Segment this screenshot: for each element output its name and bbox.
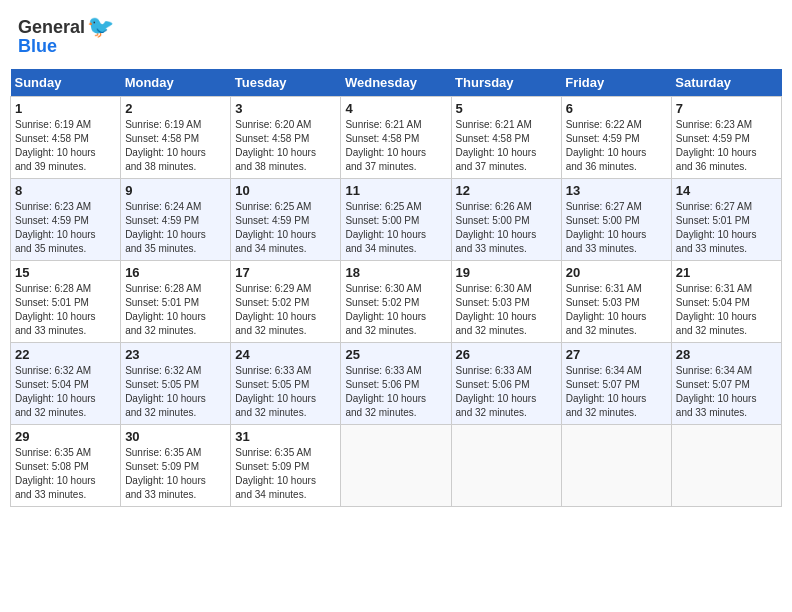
day-info: Sunrise: 6:27 AMSunset: 5:00 PMDaylight:… <box>566 200 667 256</box>
day-number: 7 <box>676 101 777 116</box>
calendar-day-cell: 30Sunrise: 6:35 AMSunset: 5:09 PMDayligh… <box>121 425 231 507</box>
calendar-day-cell <box>341 425 451 507</box>
day-number: 2 <box>125 101 226 116</box>
day-info: Sunrise: 6:28 AMSunset: 5:01 PMDaylight:… <box>125 282 226 338</box>
day-info: Sunrise: 6:31 AMSunset: 5:04 PMDaylight:… <box>676 282 777 338</box>
day-info: Sunrise: 6:35 AMSunset: 5:08 PMDaylight:… <box>15 446 116 502</box>
day-info: Sunrise: 6:22 AMSunset: 4:59 PMDaylight:… <box>566 118 667 174</box>
day-number: 23 <box>125 347 226 362</box>
logo-blue: Blue <box>18 36 57 57</box>
day-info: Sunrise: 6:32 AMSunset: 5:04 PMDaylight:… <box>15 364 116 420</box>
calendar-week-row: 29Sunrise: 6:35 AMSunset: 5:08 PMDayligh… <box>11 425 782 507</box>
calendar-day-cell: 17Sunrise: 6:29 AMSunset: 5:02 PMDayligh… <box>231 261 341 343</box>
day-number: 26 <box>456 347 557 362</box>
day-number: 1 <box>15 101 116 116</box>
calendar-day-cell: 1Sunrise: 6:19 AMSunset: 4:58 PMDaylight… <box>11 97 121 179</box>
day-info: Sunrise: 6:35 AMSunset: 5:09 PMDaylight:… <box>125 446 226 502</box>
calendar-day-cell: 21Sunrise: 6:31 AMSunset: 5:04 PMDayligh… <box>671 261 781 343</box>
day-number: 5 <box>456 101 557 116</box>
day-info: Sunrise: 6:23 AMSunset: 4:59 PMDaylight:… <box>15 200 116 256</box>
day-info: Sunrise: 6:34 AMSunset: 5:07 PMDaylight:… <box>566 364 667 420</box>
calendar-day-cell <box>561 425 671 507</box>
calendar-day-cell: 16Sunrise: 6:28 AMSunset: 5:01 PMDayligh… <box>121 261 231 343</box>
day-info: Sunrise: 6:34 AMSunset: 5:07 PMDaylight:… <box>676 364 777 420</box>
day-info: Sunrise: 6:24 AMSunset: 4:59 PMDaylight:… <box>125 200 226 256</box>
day-info: Sunrise: 6:30 AMSunset: 5:03 PMDaylight:… <box>456 282 557 338</box>
day-number: 20 <box>566 265 667 280</box>
day-number: 11 <box>345 183 446 198</box>
calendar-day-cell: 20Sunrise: 6:31 AMSunset: 5:03 PMDayligh… <box>561 261 671 343</box>
day-of-week-header: Thursday <box>451 69 561 97</box>
day-number: 17 <box>235 265 336 280</box>
calendar-day-cell: 9Sunrise: 6:24 AMSunset: 4:59 PMDaylight… <box>121 179 231 261</box>
day-info: Sunrise: 6:35 AMSunset: 5:09 PMDaylight:… <box>235 446 336 502</box>
header: General 🐦 Blue <box>10 10 782 61</box>
calendar-week-row: 15Sunrise: 6:28 AMSunset: 5:01 PMDayligh… <box>11 261 782 343</box>
day-number: 12 <box>456 183 557 198</box>
calendar-table: SundayMondayTuesdayWednesdayThursdayFrid… <box>10 69 782 507</box>
day-of-week-header: Tuesday <box>231 69 341 97</box>
calendar-day-cell: 27Sunrise: 6:34 AMSunset: 5:07 PMDayligh… <box>561 343 671 425</box>
day-number: 9 <box>125 183 226 198</box>
day-number: 6 <box>566 101 667 116</box>
day-info: Sunrise: 6:33 AMSunset: 5:05 PMDaylight:… <box>235 364 336 420</box>
calendar-day-cell: 19Sunrise: 6:30 AMSunset: 5:03 PMDayligh… <box>451 261 561 343</box>
calendar-day-cell: 3Sunrise: 6:20 AMSunset: 4:58 PMDaylight… <box>231 97 341 179</box>
day-of-week-header: Monday <box>121 69 231 97</box>
calendar-day-cell: 28Sunrise: 6:34 AMSunset: 5:07 PMDayligh… <box>671 343 781 425</box>
day-number: 14 <box>676 183 777 198</box>
calendar-day-cell: 12Sunrise: 6:26 AMSunset: 5:00 PMDayligh… <box>451 179 561 261</box>
calendar-day-cell: 4Sunrise: 6:21 AMSunset: 4:58 PMDaylight… <box>341 97 451 179</box>
calendar-day-cell: 24Sunrise: 6:33 AMSunset: 5:05 PMDayligh… <box>231 343 341 425</box>
calendar-day-cell: 29Sunrise: 6:35 AMSunset: 5:08 PMDayligh… <box>11 425 121 507</box>
day-info: Sunrise: 6:33 AMSunset: 5:06 PMDaylight:… <box>345 364 446 420</box>
day-number: 10 <box>235 183 336 198</box>
day-of-week-header: Saturday <box>671 69 781 97</box>
day-info: Sunrise: 6:28 AMSunset: 5:01 PMDaylight:… <box>15 282 116 338</box>
day-info: Sunrise: 6:23 AMSunset: 4:59 PMDaylight:… <box>676 118 777 174</box>
day-info: Sunrise: 6:25 AMSunset: 4:59 PMDaylight:… <box>235 200 336 256</box>
calendar-day-cell: 31Sunrise: 6:35 AMSunset: 5:09 PMDayligh… <box>231 425 341 507</box>
calendar-header-row: SundayMondayTuesdayWednesdayThursdayFrid… <box>11 69 782 97</box>
day-info: Sunrise: 6:25 AMSunset: 5:00 PMDaylight:… <box>345 200 446 256</box>
calendar-day-cell: 26Sunrise: 6:33 AMSunset: 5:06 PMDayligh… <box>451 343 561 425</box>
day-of-week-header: Sunday <box>11 69 121 97</box>
calendar-day-cell: 11Sunrise: 6:25 AMSunset: 5:00 PMDayligh… <box>341 179 451 261</box>
day-info: Sunrise: 6:27 AMSunset: 5:01 PMDaylight:… <box>676 200 777 256</box>
logo: General 🐦 Blue <box>18 14 114 57</box>
calendar-day-cell <box>451 425 561 507</box>
day-number: 27 <box>566 347 667 362</box>
logo-bird-icon: 🐦 <box>87 14 114 40</box>
calendar-day-cell: 2Sunrise: 6:19 AMSunset: 4:58 PMDaylight… <box>121 97 231 179</box>
day-number: 29 <box>15 429 116 444</box>
day-of-week-header: Friday <box>561 69 671 97</box>
day-info: Sunrise: 6:21 AMSunset: 4:58 PMDaylight:… <box>456 118 557 174</box>
day-number: 28 <box>676 347 777 362</box>
day-info: Sunrise: 6:19 AMSunset: 4:58 PMDaylight:… <box>125 118 226 174</box>
day-number: 24 <box>235 347 336 362</box>
calendar-day-cell <box>671 425 781 507</box>
day-number: 22 <box>15 347 116 362</box>
day-number: 16 <box>125 265 226 280</box>
day-info: Sunrise: 6:20 AMSunset: 4:58 PMDaylight:… <box>235 118 336 174</box>
calendar-day-cell: 13Sunrise: 6:27 AMSunset: 5:00 PMDayligh… <box>561 179 671 261</box>
calendar-day-cell: 25Sunrise: 6:33 AMSunset: 5:06 PMDayligh… <box>341 343 451 425</box>
calendar-week-row: 8Sunrise: 6:23 AMSunset: 4:59 PMDaylight… <box>11 179 782 261</box>
day-number: 31 <box>235 429 336 444</box>
day-number: 19 <box>456 265 557 280</box>
calendar-day-cell: 8Sunrise: 6:23 AMSunset: 4:59 PMDaylight… <box>11 179 121 261</box>
day-info: Sunrise: 6:26 AMSunset: 5:00 PMDaylight:… <box>456 200 557 256</box>
day-number: 18 <box>345 265 446 280</box>
day-info: Sunrise: 6:33 AMSunset: 5:06 PMDaylight:… <box>456 364 557 420</box>
day-number: 4 <box>345 101 446 116</box>
calendar-day-cell: 5Sunrise: 6:21 AMSunset: 4:58 PMDaylight… <box>451 97 561 179</box>
day-info: Sunrise: 6:30 AMSunset: 5:02 PMDaylight:… <box>345 282 446 338</box>
day-number: 15 <box>15 265 116 280</box>
day-of-week-header: Wednesday <box>341 69 451 97</box>
calendar-day-cell: 23Sunrise: 6:32 AMSunset: 5:05 PMDayligh… <box>121 343 231 425</box>
day-info: Sunrise: 6:29 AMSunset: 5:02 PMDaylight:… <box>235 282 336 338</box>
day-number: 21 <box>676 265 777 280</box>
calendar-week-row: 22Sunrise: 6:32 AMSunset: 5:04 PMDayligh… <box>11 343 782 425</box>
day-number: 13 <box>566 183 667 198</box>
day-info: Sunrise: 6:21 AMSunset: 4:58 PMDaylight:… <box>345 118 446 174</box>
